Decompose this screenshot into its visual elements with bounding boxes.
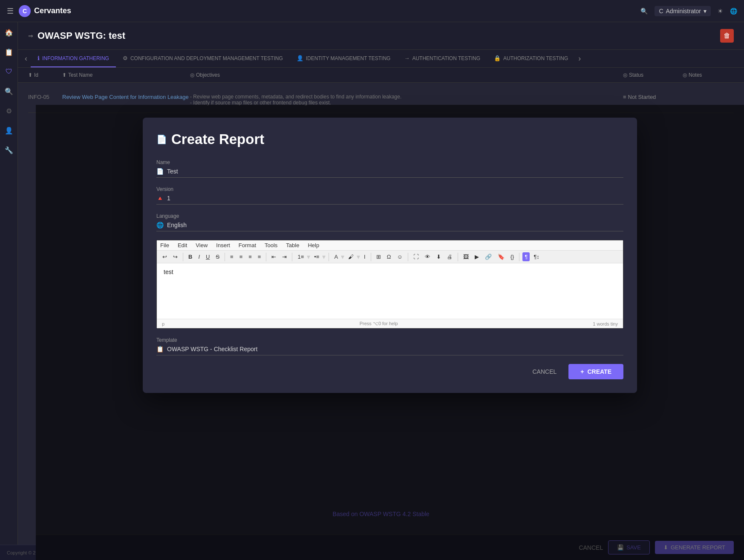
special-char-button[interactable]: Ω xyxy=(385,252,393,261)
preview-button[interactable]: 👁 xyxy=(423,252,433,261)
sidebar-icon-search[interactable]: 🔍 xyxy=(3,85,15,97)
emoji-button[interactable]: ☺ xyxy=(395,252,404,261)
sidebar-icon-settings[interactable]: ⚙ xyxy=(3,105,15,117)
sidebar-icon-reports[interactable]: 📋 xyxy=(3,46,15,58)
language-icon[interactable]: 🌐 xyxy=(730,8,737,14)
menu-format[interactable]: Format xyxy=(239,242,256,248)
menu-tools[interactable]: Tools xyxy=(265,242,277,248)
tab-label-identity: IDENTITY MANAGEMENT TESTING xyxy=(306,55,391,61)
version-label: Version xyxy=(156,186,623,192)
unordered-list-dropdown[interactable]: •≡ ▾ xyxy=(312,252,326,261)
sidebar-icon-tools[interactable]: 🔧 xyxy=(3,144,15,156)
indent-increase-button[interactable]: ⇥ xyxy=(280,252,289,261)
cancel-modal-button[interactable]: CANCEL xyxy=(525,364,563,379)
ordered-list-dropdown[interactable]: 1≡ ▾ xyxy=(295,252,310,261)
bc-chevron[interactable]: ▾ xyxy=(357,253,360,261)
col-objectives: ◎ Objectives xyxy=(190,72,623,78)
menu-file[interactable]: File xyxy=(160,242,169,248)
tab-authorization[interactable]: 🔒 AUTHORIZATION TESTING xyxy=(487,50,575,67)
link-button[interactable]: 🔗 xyxy=(483,252,494,261)
tab-next-button[interactable]: › xyxy=(575,51,584,66)
align-left-button[interactable]: ≡ xyxy=(228,252,236,261)
unordered-list-button[interactable]: •≡ xyxy=(312,252,321,261)
ol-chevron[interactable]: ▾ xyxy=(307,253,310,261)
download-button[interactable]: ⬇ xyxy=(434,252,443,261)
modal-title-icon: 📄 xyxy=(156,134,167,144)
editor-help-hint: Press ⌥0 for help xyxy=(360,321,398,326)
strikethrough-button[interactable]: S xyxy=(213,252,222,261)
status-sort-icon: ◎ xyxy=(623,72,627,78)
align-justify-button[interactable]: ≡ xyxy=(256,252,263,261)
language-input[interactable] xyxy=(167,222,623,228)
sidebar: 🏠 📋 🛡 🔍 ⚙ 👤 🔧 xyxy=(0,22,18,560)
fullscreen-button[interactable]: ⛶ xyxy=(411,252,421,261)
font-color-button[interactable]: A xyxy=(332,252,340,261)
menu-view[interactable]: View xyxy=(196,242,208,248)
undo-button[interactable]: ↩ xyxy=(160,252,169,261)
main-content: ⇒ OWASP WSTG: test 🗑 ‹ ℹ INFORMATION GAT… xyxy=(18,22,744,560)
tab-information-gathering[interactable]: ℹ INFORMATION GATHERING xyxy=(31,50,116,67)
superscript-button[interactable]: I xyxy=(362,252,368,261)
media-button[interactable]: ▶ xyxy=(473,252,481,261)
theme-icon[interactable]: ☀ xyxy=(718,8,723,14)
user-menu[interactable]: C Administrator ▾ xyxy=(655,6,711,16)
template-field-icon: 📋 xyxy=(156,346,164,352)
underline-button[interactable]: U xyxy=(204,252,212,261)
menu-help[interactable]: Help xyxy=(308,242,319,248)
print-button[interactable]: 🖨 xyxy=(445,252,455,261)
sidebar-icon-security[interactable]: 🛡 xyxy=(3,66,15,78)
create-label: CREATE xyxy=(587,368,611,375)
version-field-icon: 🔺 xyxy=(156,195,164,202)
bg-color-dropdown[interactable]: 🖌 ▾ xyxy=(346,252,360,261)
name-input[interactable] xyxy=(167,168,623,175)
tab-authentication[interactable]: → AUTHENTICATION TESTING xyxy=(397,50,487,67)
ul-chevron[interactable]: ▾ xyxy=(322,253,326,261)
brand-icon: C xyxy=(19,5,31,17)
editor-body[interactable]: test xyxy=(157,263,623,319)
menu-insert[interactable]: Insert xyxy=(216,242,230,248)
image-button[interactable]: 🖼 xyxy=(461,252,471,261)
paragraph-button[interactable]: ¶↕ xyxy=(531,252,541,261)
indent-decrease-button[interactable]: ⇤ xyxy=(269,252,278,261)
align-center-button[interactable]: ≡ xyxy=(237,252,245,261)
font-color-dropdown[interactable]: A ▾ xyxy=(332,252,344,261)
template-field: Template 📋 OWASP WSTG - Checklist Report xyxy=(156,337,623,355)
identity-tab-icon: 👤 xyxy=(297,55,303,61)
version-input[interactable] xyxy=(167,195,623,202)
menu-table[interactable]: Table xyxy=(286,242,299,248)
breadcrumb-arrows: ⇒ xyxy=(28,32,33,39)
auth-tab-icon: → xyxy=(404,55,409,61)
menu-edit[interactable]: Edit xyxy=(178,242,187,248)
delete-button[interactable]: 🗑 xyxy=(720,29,734,43)
row-testname[interactable]: Review Web Page Content for Information … xyxy=(62,94,190,100)
redo-button[interactable]: ↪ xyxy=(171,252,180,261)
modal-actions: CANCEL + CREATE xyxy=(156,364,623,379)
tab-label-authz: AUTHORIZATION TESTING xyxy=(503,55,568,61)
bg-color-button[interactable]: 🖌 xyxy=(346,252,356,261)
bookmark-button[interactable]: 🔖 xyxy=(496,252,507,261)
show-blocks-button[interactable]: ¶ xyxy=(522,252,530,261)
table-button[interactable]: ⊞ xyxy=(374,252,383,261)
editor-content: test xyxy=(164,268,616,275)
code-button[interactable]: {} xyxy=(508,252,516,261)
word-count: 1 words xyxy=(593,321,609,326)
italic-button[interactable]: I xyxy=(196,252,202,261)
language-field: Language 🌐 xyxy=(156,213,623,231)
sidebar-icon-home[interactable]: 🏠 xyxy=(3,26,15,38)
tab-identity[interactable]: 👤 IDENTITY MANAGEMENT TESTING xyxy=(290,50,398,67)
create-button[interactable]: + CREATE xyxy=(568,364,623,379)
tab-config-deployment[interactable]: ⚙ CONFIGURATION AND DEPLOYMENT MANAGEMEN… xyxy=(116,50,290,67)
tab-prev-button[interactable]: ‹ xyxy=(21,51,31,66)
align-right-button[interactable]: ≡ xyxy=(246,252,254,261)
authz-tab-icon: 🔒 xyxy=(494,55,501,61)
ordered-list-button[interactable]: 1≡ xyxy=(295,252,306,261)
language-label: Language xyxy=(156,213,623,219)
name-field-icon: 📄 xyxy=(156,168,164,175)
editor-toolbar: ↩ ↪ B I U S ≡ ≡ ≡ ≡ xyxy=(157,251,623,263)
sidebar-icon-users[interactable]: 👤 xyxy=(3,124,15,136)
fc-chevron[interactable]: ▾ xyxy=(341,253,344,261)
bold-button[interactable]: B xyxy=(186,252,194,261)
search-icon[interactable]: 🔍 xyxy=(640,8,648,14)
page-title-area: ⇒ OWASP WSTG: test xyxy=(28,30,125,41)
menu-icon[interactable]: ☰ xyxy=(7,6,14,16)
